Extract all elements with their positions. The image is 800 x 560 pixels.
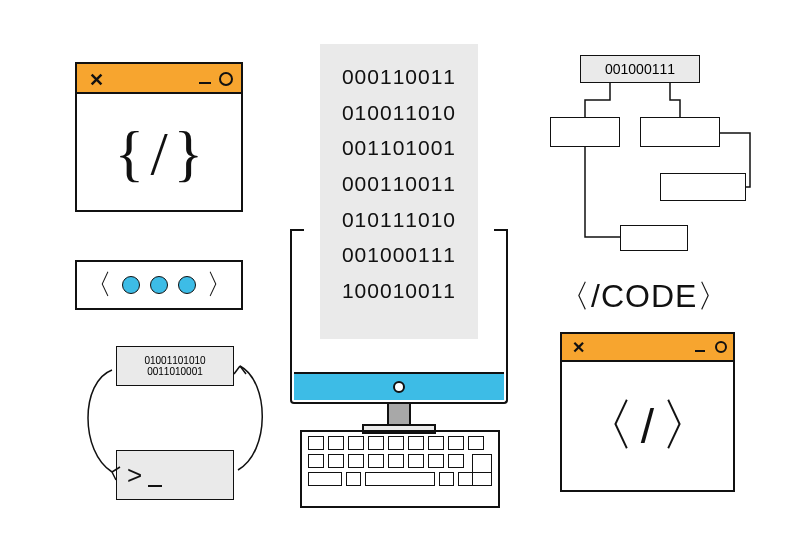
monitor-icon: [290, 229, 508, 449]
binary-line: 000110011: [320, 166, 478, 202]
monitor-neck: [387, 404, 411, 426]
key-row: [302, 432, 498, 450]
chevron-left-icon[interactable]: 〈: [84, 266, 112, 304]
binary-line: 000110011: [320, 59, 478, 95]
code-window-braces: ✕ { / }: [75, 62, 243, 212]
key-icon: [408, 436, 424, 450]
dot-icon: [150, 276, 168, 294]
key-row: [302, 450, 498, 468]
flowchart-diagram: 001000111: [550, 55, 750, 255]
window-body: 〈 / 〉: [562, 362, 733, 490]
binary-line: 001101001: [320, 130, 478, 166]
brace-right-icon: }: [174, 118, 204, 189]
monitor-bezel: [294, 372, 504, 400]
key-row: [302, 468, 498, 486]
window-body: { / }: [77, 94, 241, 212]
minimize-icon[interactable]: [695, 350, 705, 352]
slash-icon: /: [641, 399, 654, 454]
key-icon: [308, 472, 342, 486]
window-titlebar: ✕: [77, 64, 241, 94]
pagination-widget: 〈 〉: [75, 260, 243, 310]
enter-key-icon: [472, 454, 492, 486]
key-icon: [348, 454, 364, 468]
key-icon: [308, 436, 324, 450]
cycle-diagram: 01001101010 0011010001 >: [68, 342, 278, 522]
code-window-angles: ✕ 〈 / 〉: [560, 332, 735, 492]
key-icon: [368, 454, 384, 468]
spacebar-icon: [365, 472, 434, 486]
angle-right-icon: 〉: [697, 278, 730, 314]
brace-left-icon: {: [115, 118, 145, 189]
key-icon: [328, 454, 344, 468]
chevron-right-icon[interactable]: 〉: [206, 266, 234, 304]
angle-right-icon: 〉: [660, 388, 716, 464]
slash-icon: /: [591, 278, 601, 314]
key-icon: [448, 436, 464, 450]
key-icon: [346, 472, 362, 486]
key-icon: [328, 436, 344, 450]
dot-icon: [122, 276, 140, 294]
key-icon: [468, 436, 484, 450]
maximize-icon[interactable]: [715, 341, 727, 353]
code-word: CODE: [601, 278, 697, 314]
key-icon: [388, 436, 404, 450]
key-icon: [408, 454, 424, 468]
code-tag-label: 〈/CODE〉: [558, 275, 730, 319]
close-icon[interactable]: ✕: [89, 69, 104, 91]
key-icon: [348, 436, 364, 450]
angle-left-icon: 〈: [558, 278, 591, 314]
binary-line: 010011010: [320, 95, 478, 131]
key-icon: [368, 436, 384, 450]
maximize-icon[interactable]: [219, 72, 233, 86]
close-icon[interactable]: ✕: [572, 338, 585, 357]
key-icon: [428, 436, 444, 450]
key-icon: [388, 454, 404, 468]
key-icon: [308, 454, 324, 468]
key-icon: [439, 472, 455, 486]
keyboard-icon: [300, 430, 500, 508]
window-titlebar: ✕: [562, 334, 733, 362]
power-button-icon[interactable]: [393, 381, 405, 393]
monitor-frame: [290, 229, 508, 404]
key-icon: [428, 454, 444, 468]
cycle-arrows: [68, 342, 278, 522]
slash-icon: /: [150, 118, 167, 189]
minimize-icon[interactable]: [199, 82, 211, 84]
flow-connectors: [550, 55, 760, 265]
angle-left-icon: 〈: [579, 388, 635, 464]
key-icon: [448, 454, 464, 468]
dot-icon: [178, 276, 196, 294]
